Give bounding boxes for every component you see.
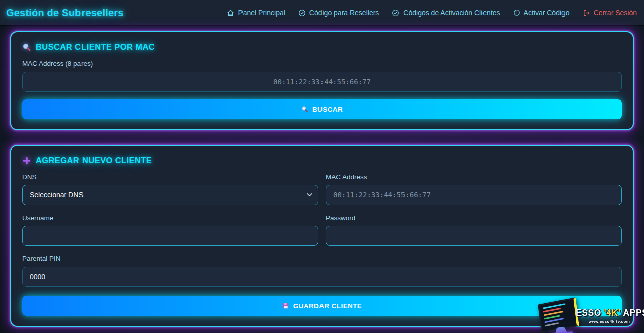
plus-icon xyxy=(22,156,31,165)
username-input[interactable] xyxy=(22,226,318,246)
check-circle-icon xyxy=(392,9,399,17)
nav-item-panel-principal[interactable]: Panel Principal xyxy=(227,9,285,17)
watermark-url: www.esso4k-tv.com xyxy=(576,319,643,324)
password-label: Password xyxy=(326,214,622,222)
dns-label: DNS xyxy=(22,173,318,181)
monitor-graphic xyxy=(538,299,580,332)
buscar-button[interactable]: BUSCAR xyxy=(22,99,622,119)
username-field-group: Username xyxy=(22,214,318,246)
password-field-group: Password xyxy=(326,214,622,246)
buscar-button-label: BUSCAR xyxy=(312,106,343,113)
logout-icon xyxy=(583,9,590,17)
nav-label: Código para Resellers xyxy=(309,9,379,17)
watermark-brand: ESSO '4K' APPS xyxy=(576,308,643,318)
brand-watermark: ESSO '4K' APPS www.esso4k-tv.com xyxy=(538,296,644,333)
guardar-button-label: GUARDAR CLIENTE xyxy=(293,302,362,310)
pin-field-group: Parental PIN xyxy=(22,255,622,287)
mac-input[interactable] xyxy=(326,185,622,205)
home-icon xyxy=(227,9,234,17)
watermark-text: ESSO '4K' APPS www.esso4k-tv.com xyxy=(576,308,643,324)
guardar-cliente-button[interactable]: GUARDAR CLIENTE xyxy=(22,296,622,316)
nav-label: Cerrar Sesión xyxy=(594,9,637,17)
search-icon xyxy=(22,43,31,52)
search-mac-label: MAC Address (8 pares) xyxy=(22,60,622,68)
save-icon xyxy=(282,302,289,309)
parental-pin-label: Parental PIN xyxy=(22,255,622,262)
dns-field-group: DNS Seleccionar DNS xyxy=(22,173,318,205)
username-label: Username xyxy=(22,214,318,222)
add-card-title-text: AGREGAR NUEVO CLIENTE xyxy=(36,156,152,165)
nav-item-codigos-activacion[interactable]: Códigos de Activación Clientes xyxy=(392,9,500,17)
key-icon xyxy=(513,9,520,16)
search-icon xyxy=(301,106,308,113)
search-client-card: BUSCAR CLIENTE POR MAC MAC Address (8 pa… xyxy=(10,31,634,130)
search-card-title: BUSCAR CLIENTE POR MAC xyxy=(22,42,622,52)
nav-label: Activar Código xyxy=(524,9,570,17)
dns-select[interactable]: Seleccionar DNS xyxy=(22,185,318,205)
nav-links: Panel Principal Código para Resellers Có… xyxy=(227,9,637,17)
password-input[interactable] xyxy=(326,226,622,246)
search-card-title-text: BUSCAR CLIENTE POR MAC xyxy=(36,42,155,52)
nav-label: Panel Principal xyxy=(238,9,285,17)
main-content: BUSCAR CLIENTE POR MAC MAC Address (8 pa… xyxy=(0,25,644,327)
mac-label: MAC Address xyxy=(326,173,622,181)
watermark-brand-highlight: '4K' xyxy=(604,308,621,318)
top-navbar: Gestión de Subresellers Panel Principal … xyxy=(0,0,644,25)
add-card-title: AGREGAR NUEVO CLIENTE xyxy=(22,156,622,165)
mac-field-group: MAC Address xyxy=(326,173,622,205)
parental-pin-input[interactable] xyxy=(22,267,622,287)
nav-item-activar-codigo[interactable]: Activar Código xyxy=(513,9,570,17)
nav-label: Códigos de Activación Clientes xyxy=(403,9,500,17)
nav-item-cerrar-sesion[interactable]: Cerrar Sesión xyxy=(583,9,637,17)
nav-item-codigo-resellers[interactable]: Código para Resellers xyxy=(298,9,379,17)
check-circle-icon xyxy=(298,9,306,17)
search-mac-input[interactable] xyxy=(22,72,622,92)
app-title[interactable]: Gestión de Subresellers xyxy=(6,7,124,19)
